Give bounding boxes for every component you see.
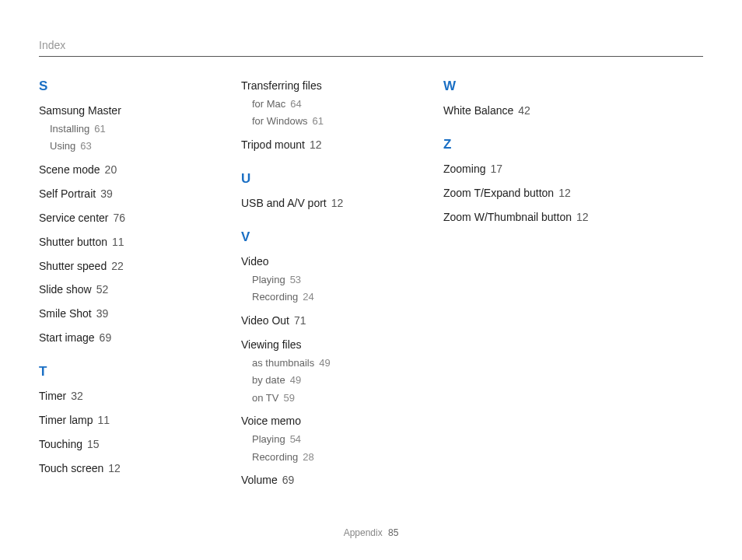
- page-header-title: Index: [39, 39, 703, 51]
- index-subentry: Using63: [50, 139, 194, 153]
- index-term: Video Out: [241, 314, 289, 327]
- index-term: Zoom W/Thumbnail button: [443, 211, 572, 223]
- index-page: 17: [490, 163, 502, 175]
- index-page: 22: [111, 260, 124, 272]
- index-subpage: 54: [290, 433, 301, 445]
- index-term: Zooming: [443, 163, 485, 175]
- index-entry: Touching15: [39, 437, 194, 452]
- index-letter-heading: V: [241, 229, 397, 245]
- index-term: Viewing files: [241, 338, 302, 351]
- index-page: 39: [96, 307, 109, 320]
- index-subterm: for Windows: [252, 115, 308, 127]
- index-entry: White Balance42: [443, 103, 599, 118]
- index-term: Timer: [39, 390, 66, 402]
- index-page: 12: [331, 197, 344, 209]
- footer-page-number: 85: [388, 527, 398, 538]
- index-term: USB and A/V port: [241, 197, 327, 209]
- index-entry: Smile Shot39: [39, 306, 194, 321]
- index-term: Touch screen: [39, 462, 103, 474]
- index-subentry: Playing54: [252, 432, 397, 446]
- index-subpage: 53: [290, 274, 301, 285]
- index-page: 11: [112, 236, 124, 248]
- index-page: 12: [310, 138, 322, 151]
- index-entry: Transferring filesfor Mac64for Windows61: [241, 79, 397, 128]
- index-subentry: Recording24: [252, 290, 397, 304]
- index-term: Scene mode: [39, 163, 100, 176]
- index-subentry: by date49: [252, 373, 397, 387]
- index-term: Transferring files: [241, 79, 322, 92]
- index-page: 69: [282, 474, 295, 486]
- index-term: Start image: [39, 331, 95, 344]
- index-subterm: as thumbnails: [252, 357, 314, 369]
- index-subpage: 59: [283, 392, 294, 404]
- index-term: Shutter button: [39, 236, 107, 248]
- index-subpage: 49: [290, 374, 301, 386]
- index-subentry: as thumbnails49: [252, 356, 397, 370]
- index-columns: SSamsung MasterInstalling61Using63Scene …: [39, 79, 703, 497]
- index-entry: Viewing filesas thumbnails49by date49on …: [241, 338, 397, 405]
- index-term: Shutter speed: [39, 260, 107, 272]
- index-term: Touching: [39, 438, 82, 450]
- index-term: Service center: [39, 212, 108, 224]
- index-letter-heading: U: [241, 171, 397, 187]
- index-letter-heading: Z: [443, 137, 599, 152]
- index-subentry: on TV59: [252, 391, 397, 405]
- index-subentry: for Mac64: [252, 97, 397, 111]
- index-entry: Samsung MasterInstalling61Using63: [39, 103, 194, 153]
- index-entry: Touch screen12: [39, 461, 194, 476]
- index-page: 12: [558, 187, 571, 199]
- header-rule: [39, 56, 703, 57]
- index-entry: Zoom W/Thumbnail button12: [443, 210, 599, 225]
- index-letter-heading: W: [443, 79, 599, 94]
- index-term: Self Portrait: [39, 187, 96, 200]
- index-entry: VideoPlaying53Recording24: [241, 254, 397, 304]
- index-subterm: Recording: [252, 451, 298, 463]
- index-term: Voice memo: [241, 415, 301, 427]
- index-entry: Service center76: [39, 211, 194, 226]
- index-page: 52: [96, 283, 109, 296]
- index-entry: Voice memoPlaying54Recording28: [241, 414, 397, 464]
- index-entry: Tripod mount12: [241, 138, 397, 152]
- index-column: Transferring filesfor Mac64for Windows61…: [241, 79, 397, 497]
- index-page: 11: [98, 414, 110, 426]
- index-page: 12: [108, 462, 121, 474]
- index-subpage: 49: [319, 357, 330, 369]
- index-term: Video: [241, 255, 269, 268]
- index-entry: Video Out71: [241, 313, 397, 328]
- index-subterm: by date: [252, 374, 285, 386]
- index-entry: Volume69: [241, 473, 397, 488]
- index-subterm: Using: [50, 140, 75, 152]
- index-subterm: Playing: [252, 274, 285, 285]
- index-entry: Timer lamp11: [39, 413, 194, 428]
- index-entry: Zoom T/Expand button12: [443, 186, 599, 201]
- index-subpage: 24: [303, 291, 313, 303]
- page-footer: Appendix 85: [0, 527, 742, 538]
- index-page: 12: [576, 211, 589, 223]
- index-subpage: 61: [94, 123, 105, 135]
- index-term: Smile Shot: [39, 307, 92, 320]
- index-page: 42: [518, 104, 530, 117]
- index-entry: USB and A/V port12: [241, 196, 397, 211]
- index-entry: Zooming17: [443, 162, 599, 177]
- index-entry: Scene mode20: [39, 163, 194, 177]
- index-column: WWhite Balance42ZZooming17Zoom T/Expand …: [443, 79, 599, 497]
- index-letter-heading: S: [39, 79, 194, 94]
- index-page: 71: [294, 314, 306, 327]
- index-term: Zoom T/Expand button: [443, 187, 554, 199]
- index-page: 69: [100, 331, 112, 344]
- index-entry: Start image69: [39, 331, 194, 345]
- index-subentry: for Windows61: [252, 114, 397, 128]
- index-subterm: Installing: [50, 123, 89, 135]
- index-term: Samsung Master: [39, 104, 121, 117]
- index-subterm: on TV: [252, 392, 278, 404]
- footer-section: Appendix: [344, 527, 383, 538]
- index-subterm: Playing: [252, 433, 285, 445]
- index-entry: Slide show52: [39, 282, 194, 297]
- index-subpage: 64: [290, 98, 301, 110]
- index-subpage: 63: [80, 140, 91, 152]
- index-entry: Shutter button11: [39, 235, 194, 250]
- index-page: 76: [113, 212, 125, 224]
- index-subentry: Playing53: [252, 273, 397, 287]
- index-entry: Shutter speed22: [39, 259, 194, 274]
- index-term: Tripod mount: [241, 138, 305, 151]
